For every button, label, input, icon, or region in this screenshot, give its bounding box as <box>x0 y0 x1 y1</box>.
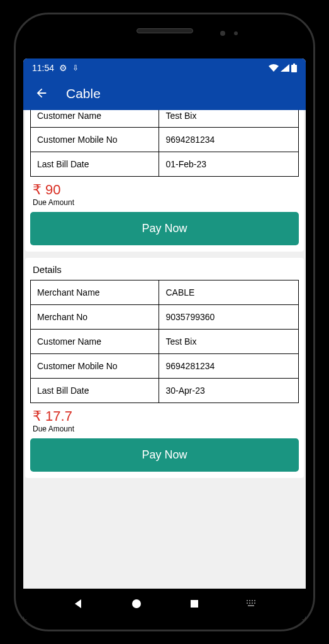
table-row: Customer Name Test Bix <box>31 330 299 354</box>
table-row: Customer Name Test Bix <box>31 110 299 128</box>
pay-now-button[interactable]: Pay Now <box>30 438 299 472</box>
svg-rect-11 <box>254 602 255 604</box>
svg-rect-0 <box>291 65 297 72</box>
status-time: 11:54 <box>32 63 54 73</box>
field-value: 9694281234 <box>159 128 299 152</box>
signal-icon <box>281 64 289 72</box>
status-bar: 11:54 ⚙ ⇩ <box>23 58 306 77</box>
page-title: Cable <box>66 86 101 101</box>
due-amount-value: ₹ 90 <box>33 182 296 198</box>
svg-rect-7 <box>254 600 255 601</box>
nav-keyboard-button[interactable] <box>247 600 257 609</box>
table-row: Customer Mobile No 9694281234 <box>31 354 299 379</box>
table-row: Last Bill Date 30-Apr-23 <box>31 379 299 403</box>
settings-icon: ⚙ <box>59 63 67 73</box>
field-value: 01-Feb-23 <box>159 152 299 177</box>
field-value: 30-Apr-23 <box>159 379 299 403</box>
back-arrow-icon <box>35 86 48 100</box>
content-scroll[interactable]: Customer Name Test Bix Customer Mobile N… <box>23 110 306 589</box>
table-row: Merchant Name CABLE <box>31 280 299 305</box>
field-label: Merchant Name <box>31 280 159 305</box>
svg-rect-5 <box>249 600 250 601</box>
android-nav-bar <box>23 589 306 620</box>
svg-rect-8 <box>247 602 248 604</box>
field-label: Customer Name <box>31 330 159 354</box>
circle-home-icon <box>131 598 142 609</box>
due-amount-label: Due Amount <box>33 198 296 207</box>
wifi-icon <box>269 64 279 72</box>
field-label: Last Bill Date <box>31 379 159 403</box>
svg-rect-12 <box>248 605 254 606</box>
field-value: 9035799360 <box>159 305 299 330</box>
table-row: Customer Mobile No 9694281234 <box>31 128 299 152</box>
keyboard-icon <box>247 600 257 608</box>
field-value: 9694281234 <box>159 354 299 379</box>
table-row: Merchant No 9035799360 <box>31 305 299 330</box>
svg-rect-9 <box>249 602 250 604</box>
svg-rect-1 <box>293 64 295 65</box>
nav-recent-button[interactable] <box>189 599 199 611</box>
svg-rect-3 <box>191 600 198 608</box>
app-bar: Cable <box>23 77 306 110</box>
field-value: CABLE <box>159 280 299 305</box>
download-icon: ⇩ <box>72 64 79 72</box>
field-value: Test Bix <box>159 110 299 128</box>
bill-card-1: Customer Name Test Bix Customer Mobile N… <box>25 110 304 252</box>
table-row: Last Bill Date 01-Feb-23 <box>31 152 299 177</box>
field-label: Last Bill Date <box>31 152 159 177</box>
nav-home-button[interactable] <box>131 598 142 611</box>
field-label: Customer Mobile No <box>31 128 159 152</box>
battery-icon <box>291 64 297 72</box>
square-recent-icon <box>189 599 199 609</box>
pay-now-button[interactable]: Pay Now <box>30 212 299 245</box>
back-button[interactable] <box>31 82 52 106</box>
field-label: Customer Mobile No <box>31 354 159 379</box>
svg-point-2 <box>132 599 141 608</box>
svg-rect-6 <box>252 600 253 601</box>
due-amount-value: ₹ 17.7 <box>33 408 296 425</box>
svg-rect-4 <box>247 600 248 601</box>
field-value: Test Bix <box>159 330 299 354</box>
svg-rect-10 <box>252 602 253 604</box>
field-label: Merchant No <box>31 305 159 330</box>
section-title: Details <box>30 258 299 280</box>
bill-card-2: Details Merchant Name CABLE Merchant No … <box>25 258 304 478</box>
triangle-back-icon <box>72 598 84 609</box>
field-label: Customer Name <box>31 110 159 128</box>
due-amount-label: Due Amount <box>33 425 296 433</box>
nav-back-button[interactable] <box>72 598 84 611</box>
